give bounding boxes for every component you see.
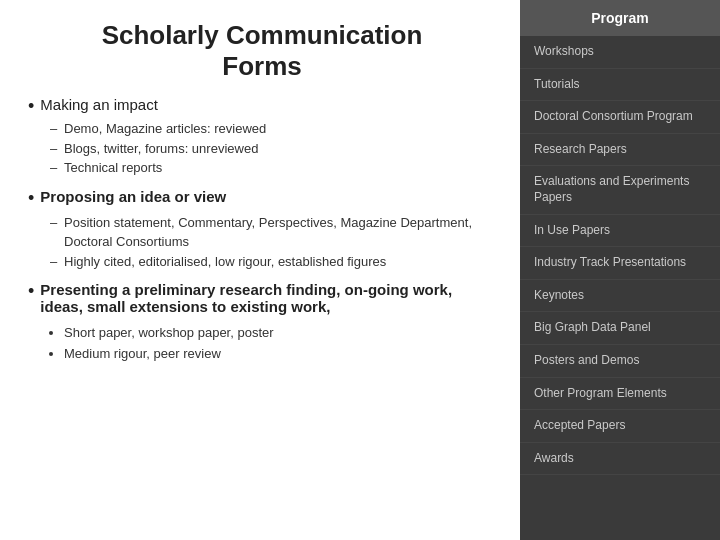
- sidebar-item-7[interactable]: Keynotes: [520, 280, 720, 313]
- sub-item-1-2: Blogs, twitter, forums: unreviewed: [50, 139, 496, 159]
- sidebar-item-5[interactable]: In Use Papers: [520, 215, 720, 248]
- sub-item-1-3: Technical reports: [50, 158, 496, 178]
- sidebar-item-6[interactable]: Industry Track Presentations: [520, 247, 720, 280]
- slide-title: Scholarly Communication Forms: [28, 20, 496, 82]
- nested-sub-list-3: Short paper, workshop paper, poster Medi…: [28, 323, 496, 365]
- sidebar-items: WorkshopsTutorialsDoctoral Consortium Pr…: [520, 36, 720, 475]
- sub-item-1-1: Demo, Magazine articles: reviewed: [50, 119, 496, 139]
- bullet-primary-1: • Making an impact: [28, 96, 496, 115]
- bullet-label-2: Proposing an idea or view: [40, 188, 226, 205]
- bullet-label-1: Making an impact: [40, 96, 158, 113]
- sub-list-1: Demo, Magazine articles: reviewed Blogs,…: [28, 119, 496, 178]
- bullet-item-3: • Presenting a preliminary research find…: [28, 281, 496, 365]
- bullet-primary-3: • Presenting a preliminary research find…: [28, 281, 496, 319]
- sidebar-item-12[interactable]: Awards: [520, 443, 720, 476]
- bullet-dot-1: •: [28, 97, 34, 115]
- bullet-primary-2: • Proposing an idea or view: [28, 188, 496, 209]
- sidebar-item-4[interactable]: Evaluations and Experiments Papers: [520, 166, 720, 214]
- nested-sub-item-3-2: Medium rigour, peer review: [64, 344, 496, 365]
- sidebar-item-9[interactable]: Posters and Demos: [520, 345, 720, 378]
- sidebar-item-8[interactable]: Big Graph Data Panel: [520, 312, 720, 345]
- title-line1: Scholarly Communication: [102, 20, 423, 50]
- main-content: Scholarly Communication Forms • Making a…: [0, 0, 520, 540]
- bullet-label-3: Presenting a preliminary research findin…: [40, 281, 496, 315]
- bullet-dot-3: •: [28, 282, 34, 300]
- sidebar-item-0[interactable]: Workshops: [520, 36, 720, 69]
- sub-item-2-1: Position statement, Commentary, Perspect…: [50, 213, 496, 252]
- bullet-item-1: • Making an impact Demo, Magazine articl…: [28, 96, 496, 178]
- title-line2: Forms: [222, 51, 301, 81]
- sidebar-header: Program: [520, 0, 720, 36]
- sidebar-item-3[interactable]: Research Papers: [520, 134, 720, 167]
- sub-list-2: Position statement, Commentary, Perspect…: [28, 213, 496, 272]
- sidebar-item-1[interactable]: Tutorials: [520, 69, 720, 102]
- sub-item-2-2: Highly cited, editorialised, low rigour,…: [50, 252, 496, 272]
- sidebar-item-10[interactable]: Other Program Elements: [520, 378, 720, 411]
- sidebar-item-2[interactable]: Doctoral Consortium Program: [520, 101, 720, 134]
- nested-sub-item-3-1: Short paper, workshop paper, poster: [64, 323, 496, 344]
- main-bullet-list: • Making an impact Demo, Magazine articl…: [28, 96, 496, 365]
- bullet-item-2: • Proposing an idea or view Position sta…: [28, 188, 496, 272]
- bullet-dot-2: •: [28, 189, 34, 207]
- sidebar: Program WorkshopsTutorialsDoctoral Conso…: [520, 0, 720, 540]
- sidebar-item-11[interactable]: Accepted Papers: [520, 410, 720, 443]
